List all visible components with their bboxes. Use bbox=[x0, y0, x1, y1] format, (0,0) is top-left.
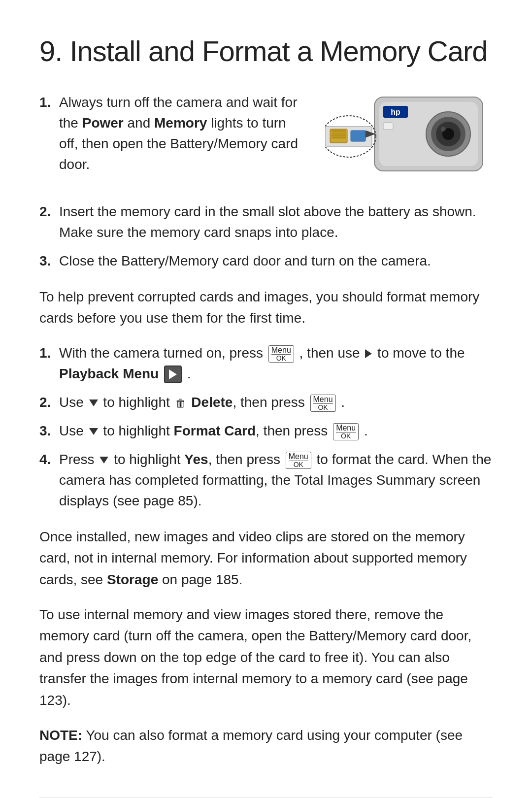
format-step-3: 3. Use to highlight Format Card, then pr… bbox=[39, 421, 493, 441]
format-steps-list: 1. With the camera turned on, press Menu… bbox=[39, 343, 493, 511]
svg-rect-12 bbox=[332, 130, 346, 133]
page-title: 9. Install and Format a Memory Card bbox=[39, 30, 493, 72]
step-content-3: Close the Battery/Memory card door and t… bbox=[59, 251, 493, 271]
menu-ok-button-4: Menu OK bbox=[286, 452, 311, 469]
intro-step-1: 1. Always turn off the camera and wait f… bbox=[39, 92, 305, 175]
playback-menu-bold: Playback Menu bbox=[59, 366, 159, 381]
format-step-num-2: 2. bbox=[39, 392, 53, 413]
intro-section: 1. Always turn off the camera and wait f… bbox=[39, 92, 493, 192]
svg-rect-14 bbox=[332, 135, 346, 136]
power-bold: Power bbox=[82, 115, 124, 131]
svg-rect-16 bbox=[351, 131, 366, 141]
format-step-2: 2. Use to highlight 🗑 Delete, then press… bbox=[39, 392, 493, 413]
format-card-bold: Format Card bbox=[174, 423, 256, 438]
format-step-num-3: 3. bbox=[39, 421, 53, 441]
intro-text: 1. Always turn off the camera and wait f… bbox=[39, 92, 305, 190]
page-content: 9. Install and Format a Memory Card 1. A… bbox=[0, 0, 532, 798]
intro-step-2: 2. Insert the memory card in the small s… bbox=[39, 201, 493, 243]
menu-ok-button-1: Menu OK bbox=[268, 345, 294, 363]
format-step-1: 1. With the camera turned on, press Menu… bbox=[39, 343, 493, 384]
menu-ok-button-3: Menu OK bbox=[333, 423, 359, 440]
intro-steps-list: 1. Always turn off the camera and wait f… bbox=[39, 92, 305, 175]
format-step-4: 4. Press to highlight Yes, then press Me… bbox=[39, 449, 493, 511]
svg-rect-9 bbox=[383, 123, 393, 130]
storage-bold: Storage bbox=[107, 572, 158, 587]
step-number: 1. bbox=[39, 92, 53, 175]
arrow-right-icon bbox=[365, 349, 372, 358]
playback-menu-icon bbox=[164, 366, 182, 383]
format-step-content-4: Press to highlight Yes, then press Menu … bbox=[59, 449, 493, 511]
intro-steps-2-3: 2. Insert the memory card in the small s… bbox=[39, 201, 493, 271]
intro-step-3: 3. Close the Battery/Memory card door an… bbox=[39, 251, 493, 271]
step-number-3: 3. bbox=[39, 251, 53, 271]
trash-icon: 🗑 bbox=[175, 395, 186, 411]
menu-ok-button-2: Menu OK bbox=[310, 395, 336, 412]
svg-point-6 bbox=[441, 127, 446, 132]
play-triangle bbox=[169, 369, 177, 379]
svg-rect-13 bbox=[332, 133, 346, 134]
format-step-content-2: Use to highlight 🗑 Delete, then press Me… bbox=[59, 392, 493, 413]
format-step-content-3: Use to highlight Format Card, then press… bbox=[59, 421, 493, 441]
note-label: NOTE: bbox=[39, 728, 82, 743]
svg-text:hp: hp bbox=[391, 108, 400, 116]
camera-illustration: hp bbox=[325, 87, 493, 192]
svg-rect-15 bbox=[332, 137, 346, 138]
format-step-num-4: 4. bbox=[39, 449, 53, 511]
format-step-content-1: With the camera turned on, press Menu OK… bbox=[59, 343, 493, 384]
arrow-down-icon-3 bbox=[89, 428, 98, 435]
arrow-down-icon-2 bbox=[89, 399, 98, 406]
yes-bold: Yes bbox=[184, 452, 208, 467]
step-number-2: 2. bbox=[39, 201, 53, 243]
note-paragraph: NOTE: You can also format a memory card … bbox=[39, 725, 493, 767]
arrow-down-icon-4 bbox=[100, 457, 108, 464]
internal-paragraph: To use internal memory and view images s… bbox=[39, 604, 493, 711]
step-content: Always turn off the camera and wait for … bbox=[59, 92, 305, 175]
format-step-num-1: 1. bbox=[39, 343, 53, 384]
step-content-2: Insert the memory card in the small slot… bbox=[59, 201, 493, 243]
memory-bold: Memory bbox=[154, 115, 207, 131]
prevent-paragraph: To help prevent corrupted cards and imag… bbox=[39, 286, 493, 329]
once-paragraph: Once installed, new images and video cli… bbox=[39, 526, 493, 590]
delete-bold: Delete bbox=[191, 395, 233, 410]
note-text: You can also format a memory card using … bbox=[39, 728, 463, 764]
